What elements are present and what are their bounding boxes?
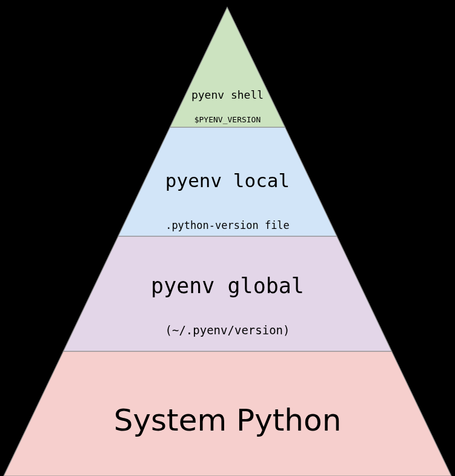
layer-pyenv-local	[118, 127, 337, 236]
layer-pyenv-global	[64, 236, 392, 351]
layer-pyenv-shell	[170, 7, 285, 127]
pyenv-priority-pyramid	[0, 0, 455, 476]
layer-system-python	[4, 351, 451, 476]
